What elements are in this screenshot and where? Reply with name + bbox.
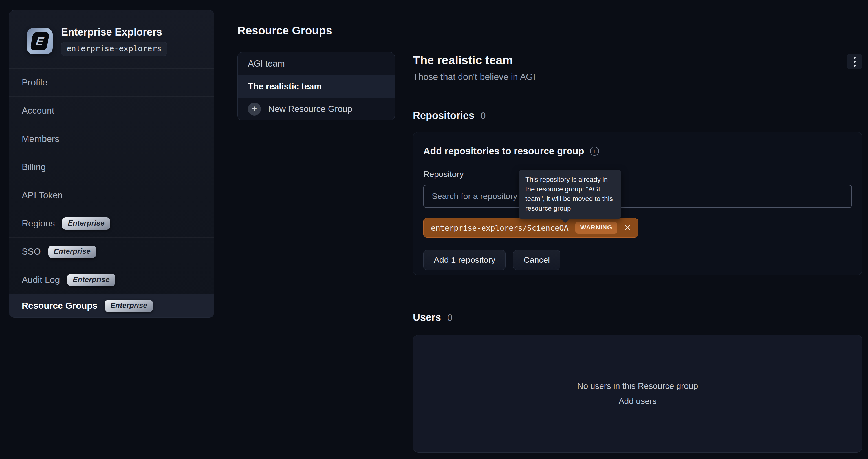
info-icon[interactable]: i: [590, 147, 599, 156]
users-heading: Users: [413, 311, 441, 324]
users-section-head: Users 0: [413, 311, 862, 324]
group-detail-panel: The realistic team Those that don't beli…: [413, 54, 862, 453]
repositories-section-head: Repositories 0: [413, 110, 862, 122]
repositories-count: 0: [480, 111, 486, 121]
add-repositories-card: Add repositories to resource group i Rep…: [413, 132, 862, 275]
settings-sidebar: E Enterprise Explorers enterprise-explor…: [9, 10, 214, 318]
add-repository-button[interactable]: Add 1 repository: [423, 250, 506, 270]
org-identity: Enterprise Explorers enterprise-explorer…: [61, 26, 167, 56]
cancel-button[interactable]: Cancel: [513, 250, 560, 270]
resource-groups-panel: Resource Groups AGI team The realistic t…: [238, 24, 395, 120]
org-header: E Enterprise Explorers enterprise-explor…: [9, 10, 214, 68]
sidebar-item-regions[interactable]: Regions Enterprise: [9, 209, 214, 237]
sidebar-item-members[interactable]: Members: [9, 125, 214, 153]
add-repositories-title: Add repositories to resource group: [423, 146, 584, 156]
kebab-icon: [854, 57, 856, 59]
plus-icon: +: [248, 103, 261, 116]
enterprise-badge: Enterprise: [67, 274, 115, 286]
sidebar-item-sso[interactable]: SSO Enterprise: [9, 237, 214, 266]
new-resource-group-button[interactable]: + New Resource Group: [238, 97, 395, 120]
resource-groups-list: AGI team The realistic team + New Resour…: [238, 52, 395, 120]
org-slug-badge: enterprise-explorers: [61, 42, 167, 56]
repository-field-label: Repository: [423, 170, 852, 179]
group-options-button[interactable]: [846, 54, 862, 69]
sidebar-item-profile[interactable]: Profile: [9, 68, 214, 96]
group-title: The realistic team: [413, 54, 862, 67]
sidebar-item-audit-log[interactable]: Audit Log Enterprise: [9, 266, 214, 294]
sidebar-item-resource-groups[interactable]: Resource Groups Enterprise: [9, 294, 214, 317]
group-detail-header: The realistic team Those that don't beli…: [413, 54, 862, 82]
users-empty-text: No users in this Resource group: [577, 381, 698, 391]
org-logo: E: [27, 28, 53, 54]
group-row-realistic-team[interactable]: The realistic team: [238, 75, 395, 97]
users-empty-card: No users in this Resource group Add user…: [413, 335, 862, 453]
repositories-heading: Repositories: [413, 110, 474, 122]
warning-badge: WARNING: [575, 222, 617, 234]
sidebar-nav: Profile Account Members Billing API Toke…: [9, 68, 214, 317]
selected-repository-chip[interactable]: enterprise-explorers/ScienceQA WARNING ✕: [423, 218, 638, 238]
group-row-agi-team[interactable]: AGI team: [238, 53, 395, 75]
enterprise-badge: Enterprise: [105, 300, 153, 312]
resource-groups-heading: Resource Groups: [238, 24, 395, 37]
add-repositories-title-row: Add repositories to resource group i: [423, 146, 852, 156]
sidebar-item-account[interactable]: Account: [9, 96, 214, 125]
selected-repository-name: enterprise-explorers/ScienceQA: [431, 223, 568, 232]
enterprise-badge: Enterprise: [48, 246, 96, 258]
add-users-link[interactable]: Add users: [618, 396, 656, 406]
remove-repository-icon[interactable]: ✕: [624, 223, 631, 232]
repository-search-input[interactable]: [423, 185, 852, 208]
group-description: Those that don't believe in AGI: [413, 71, 862, 82]
sidebar-item-api-token[interactable]: API Token: [9, 181, 214, 209]
users-count: 0: [447, 312, 452, 323]
repository-warning-tooltip: This repository is already in the resour…: [519, 170, 621, 219]
org-name: Enterprise Explorers: [61, 26, 167, 38]
sidebar-item-billing[interactable]: Billing: [9, 153, 214, 181]
enterprise-badge: Enterprise: [62, 217, 110, 230]
org-logo-letter: E: [30, 32, 50, 51]
form-actions: Add 1 repository Cancel: [423, 250, 852, 270]
